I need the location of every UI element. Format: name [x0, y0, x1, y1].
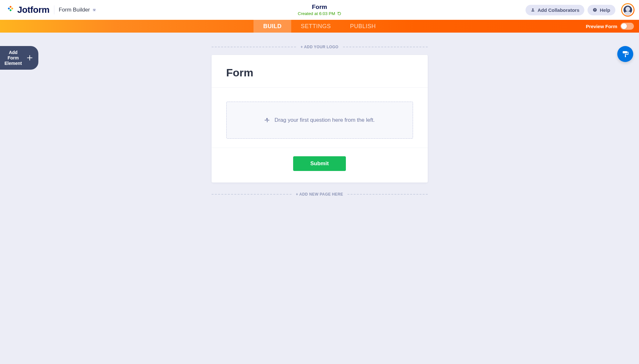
- add-form-element-label: Add Form Element: [4, 50, 22, 66]
- form-designer-button[interactable]: [617, 46, 633, 62]
- header-center: Form Created at 6:03 PM: [298, 4, 341, 16]
- preview-form-label: Preview Form: [586, 24, 617, 29]
- user-icon: [531, 8, 535, 12]
- form-canvas: + ADD YOUR LOGO Form Drag your first que…: [212, 45, 428, 197]
- tabs: BUILD SETTINGS PUBLISH: [253, 20, 385, 33]
- help-label: Help: [600, 7, 610, 13]
- avatar-icon: [622, 4, 634, 16]
- form-title[interactable]: Form: [298, 4, 341, 11]
- tab-settings[interactable]: SETTINGS: [291, 20, 340, 33]
- svg-rect-11: [623, 51, 627, 53]
- add-form-element-button[interactable]: Add Form Element: [0, 46, 38, 70]
- svg-rect-12: [625, 55, 626, 57]
- question-icon: ?: [593, 8, 597, 12]
- logo-text: Jotform: [17, 5, 50, 15]
- svg-text:?: ?: [594, 9, 596, 12]
- form-header-title: Form: [226, 66, 413, 79]
- tab-build[interactable]: BUILD: [253, 20, 291, 33]
- form-card: Form Drag your first question here from …: [212, 55, 428, 182]
- vertical-divider: [54, 5, 54, 14]
- breadcrumb-form-builder[interactable]: Form Builder: [59, 7, 96, 13]
- chevron-down-icon: [92, 8, 96, 12]
- tab-publish[interactable]: PUBLISH: [340, 20, 386, 33]
- submit-button[interactable]: Submit: [293, 156, 346, 171]
- toggle-knob: [621, 23, 627, 29]
- created-at-text: Created at 6:03 PM: [298, 11, 335, 16]
- logo-icon: [4, 5, 14, 15]
- add-collaborators-button[interactable]: Add Collaborators: [526, 5, 585, 15]
- breadcrumb-label: Form Builder: [59, 7, 90, 13]
- svg-point-10: [625, 12, 631, 16]
- dropzone-text: Drag your first question here from the l…: [275, 117, 375, 123]
- add-logo-button[interactable]: + ADD YOUR LOGO: [212, 45, 428, 49]
- add-collaborators-label: Add Collaborators: [538, 7, 580, 13]
- form-footer: Submit: [212, 148, 428, 182]
- form-header[interactable]: Form: [212, 55, 428, 88]
- header-left: Jotform Form Builder: [4, 5, 526, 15]
- logo[interactable]: Jotform: [4, 5, 50, 15]
- main-tabbar: BUILD SETTINGS PUBLISH Preview Form: [0, 20, 639, 33]
- created-at: Created at 6:03 PM: [298, 11, 341, 16]
- preview-form-toggle[interactable]: [620, 23, 634, 30]
- add-new-page-button[interactable]: + ADD NEW PAGE HERE: [212, 192, 428, 197]
- plus-icon: [25, 53, 35, 63]
- header-right: Add Collaborators ? Help: [526, 3, 635, 17]
- svg-rect-2: [8, 7, 10, 10]
- top-header: Jotform Form Builder Form Created at 6:0…: [0, 0, 639, 20]
- move-icon: [264, 117, 270, 123]
- svg-rect-1: [11, 7, 13, 10]
- help-button[interactable]: ? Help: [588, 5, 615, 15]
- form-body: Drag your first question here from the l…: [212, 88, 428, 141]
- svg-rect-3: [9, 9, 12, 11]
- svg-point-4: [93, 8, 96, 12]
- add-new-page-label: + ADD NEW PAGE HERE: [292, 192, 348, 197]
- svg-rect-0: [9, 6, 12, 8]
- svg-point-9: [626, 7, 630, 11]
- question-dropzone[interactable]: Drag your first question here from the l…: [226, 102, 413, 139]
- add-logo-label: + ADD YOUR LOGO: [296, 45, 343, 49]
- avatar[interactable]: [621, 3, 635, 17]
- preview-form: Preview Form: [586, 23, 634, 30]
- revert-icon[interactable]: [337, 12, 341, 16]
- paint-roller-icon: [621, 50, 629, 58]
